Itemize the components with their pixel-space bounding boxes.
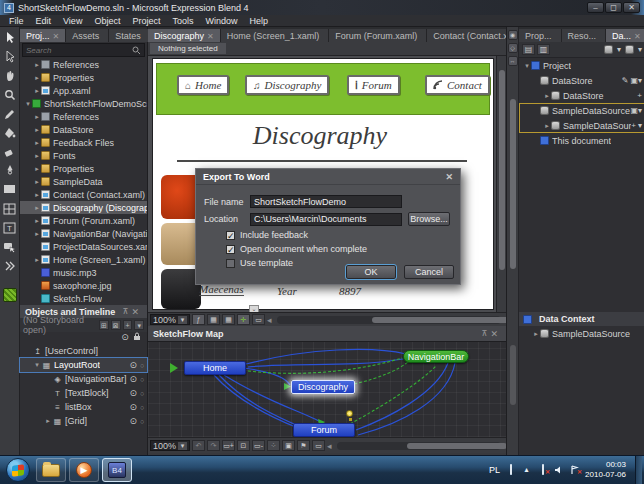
action-center-flag-icon[interactable] — [569, 465, 580, 475]
annotations-toggle-icon[interactable]: ▭ — [252, 314, 265, 325]
map-node-discography[interactable]: Discography — [291, 380, 355, 394]
twisty-icon[interactable]: ▸ — [33, 191, 41, 199]
language-indicator[interactable]: PL — [489, 465, 500, 475]
data-tree-item[interactable]: ▾ Project ✎ + ▣▾ ▾ — [519, 58, 644, 73]
twisty-icon[interactable]: ▸ — [33, 256, 41, 264]
more-tools-chevron-icon[interactable] — [2, 257, 18, 274]
minimize-button[interactable]: – — [587, 2, 604, 13]
twisty-icon[interactable]: ▸ — [33, 165, 41, 173]
data-source-menu-icon[interactable]: ▣▾ — [630, 76, 642, 85]
checkbox-row[interactable]: ✓ Include feedback — [226, 229, 367, 241]
twisty-icon[interactable]: ▸ — [33, 139, 41, 147]
map-node-forum[interactable]: Forum — [293, 423, 355, 437]
project-tree-item[interactable]: ▾ ShortSketchFlowDemoScreen — [20, 97, 147, 110]
map-horizontal-scrollbar[interactable] — [337, 442, 501, 450]
show-visual-tags-icon[interactable]: ⁘ — [267, 440, 280, 451]
storyboard-open-button[interactable]: ⊞ — [99, 320, 109, 330]
dropdown-icon[interactable]: ▾ — [638, 121, 642, 130]
split-view-icon[interactable]: ↔ — [508, 56, 518, 66]
twisty-icon[interactable]: ▸ — [33, 61, 41, 69]
maximize-button[interactable]: ◻ — [605, 2, 622, 13]
pin-icon[interactable]: ⊼ — [123, 307, 129, 316]
project-tree-item[interactable]: ▸ Feedback Files — [20, 136, 147, 149]
taskbar-clock[interactable]: 00:03 2010-07-06 — [585, 460, 630, 480]
twisty-icon[interactable]: ▸ — [33, 230, 41, 238]
show-hidden-icons[interactable]: ▴ — [521, 465, 532, 475]
add-data-source-icon[interactable]: ▾ — [625, 45, 642, 54]
paint-bucket-tool-icon[interactable] — [2, 124, 18, 141]
lock-dot-icon[interactable]: ○ — [137, 418, 147, 425]
right-scrollbar[interactable] — [510, 99, 516, 269]
menu-item[interactable]: Object — [89, 16, 125, 26]
pin-icon[interactable]: ⊼ — [482, 329, 488, 338]
center-map-icon[interactable]: ▣ — [282, 440, 295, 451]
pen-tool-icon[interactable] — [2, 162, 18, 179]
document-tab[interactable]: Discography✕ — [148, 29, 221, 42]
project-tree-item[interactable]: saxophone.jpg — [20, 279, 147, 292]
desktop-monitor-icon[interactable] — [505, 465, 516, 475]
visibility-eye-icon[interactable]: ⊙ — [129, 388, 137, 398]
twisty-icon[interactable]: ▸ — [33, 178, 41, 186]
cancel-button[interactable]: Cancel — [404, 265, 454, 279]
objects-tree-item[interactable]: ▾ ▦ LayoutRoot ⊙ ○ — [20, 358, 147, 372]
flag-screen-icon[interactable]: ⚑ — [297, 440, 310, 451]
dialog-close-icon[interactable]: ✕ — [445, 172, 453, 182]
twisty-icon[interactable]: ▾ — [24, 100, 32, 108]
search-input[interactable] — [26, 46, 132, 55]
close-button[interactable]: ✕ — [623, 2, 640, 13]
project-tree-item[interactable]: ProjectDataSources.xam — [20, 240, 147, 253]
rectangle-tool-icon[interactable] — [2, 181, 18, 198]
snapping-toggle-icon[interactable]: ✛ — [237, 314, 250, 325]
layout-grid-tool-icon[interactable] — [2, 200, 18, 217]
menu-item[interactable]: File — [4, 16, 29, 26]
nav-discography-button[interactable]: ♫Discography — [245, 75, 329, 95]
effects-toggle-icon[interactable]: ƒ — [192, 314, 205, 325]
data-context-item[interactable]: ▸ SampleDataSource — [519, 326, 644, 341]
start-button[interactable] — [6, 458, 30, 482]
project-tree-item[interactable]: ▸ References — [20, 110, 147, 123]
menu-item[interactable]: Project — [127, 16, 165, 26]
lock-dot-icon[interactable]: ○ — [137, 390, 147, 397]
artboard-horizontal-scrollbar[interactable] — [277, 316, 501, 324]
eyedropper-tool-icon[interactable] — [2, 105, 18, 122]
menu-item[interactable]: Window — [200, 16, 242, 26]
twisty-icon[interactable]: ▸ — [33, 87, 41, 95]
twisty-icon[interactable]: ▸ — [543, 92, 551, 100]
twisty-icon[interactable]: ▸ — [33, 74, 41, 82]
nav-contact-button[interactable]: Contact — [425, 75, 490, 95]
project-tree-item[interactable]: ▸ Fonts — [20, 149, 147, 162]
objects-tree-item[interactable]: ↥ [UserControl] ⊙ ○ — [20, 344, 147, 358]
objects-tree-item[interactable]: ≡ listBox ⊙ ○ — [20, 400, 147, 414]
panel-tab[interactable]: Assets — [66, 29, 109, 42]
nav-home-button[interactable]: ⌂Home — [177, 75, 229, 95]
twisty-icon[interactable]: ▸ — [44, 417, 52, 425]
eraser-tool-icon[interactable] — [2, 143, 18, 160]
twisty-icon[interactable]: ▸ — [33, 217, 41, 225]
panel-tab[interactable]: Prop... — [519, 29, 562, 42]
visibility-eye-icon[interactable]: ⊙ — [129, 360, 137, 370]
data-tree-item[interactable]: ▸ DataStore ✎ + ▣▾ ▾ — [519, 88, 644, 103]
project-tree-item[interactable]: ▸ DataStore — [20, 123, 147, 136]
blend-taskbar-button[interactable]: B4 — [102, 458, 132, 482]
artboard-vertical-scrollbar[interactable] — [496, 56, 506, 312]
document-tab[interactable]: Forum (Forum.xaml) — [329, 29, 427, 42]
map-node-navigationbar[interactable]: NavigationBar — [403, 350, 469, 363]
add-property-icon[interactable]: + — [637, 91, 642, 100]
project-tree-item[interactable]: ▸ Properties — [20, 71, 147, 84]
remove-screen-icon[interactable]: ▭- — [252, 440, 265, 451]
data-tree-item[interactable]: This document ✎ + ▣▾ ▾ — [519, 133, 644, 148]
twisty-icon[interactable]: ▸ — [543, 122, 551, 130]
menu-item[interactable]: View — [58, 16, 87, 26]
visibility-eye-icon[interactable]: ⊙ — [129, 416, 137, 426]
twisty-icon[interactable]: ▸ — [532, 330, 540, 338]
close-panel-icon[interactable]: ✕ — [131, 307, 139, 317]
add-property-icon[interactable]: + — [631, 121, 636, 130]
snap-grid-toggle-icon[interactable]: ▦ — [222, 314, 235, 325]
map-zoom-select[interactable]: 100%▾ — [150, 440, 190, 451]
direct-selection-tool-icon[interactable] — [2, 48, 18, 65]
panel-tab[interactable]: States — [109, 29, 151, 42]
volume-icon[interactable] — [553, 465, 564, 475]
twisty-icon[interactable]: ▸ — [33, 152, 41, 160]
visibility-eye-icon[interactable]: ⊙ — [129, 374, 137, 384]
project-tree-item[interactable]: music.mp3 — [20, 266, 147, 279]
